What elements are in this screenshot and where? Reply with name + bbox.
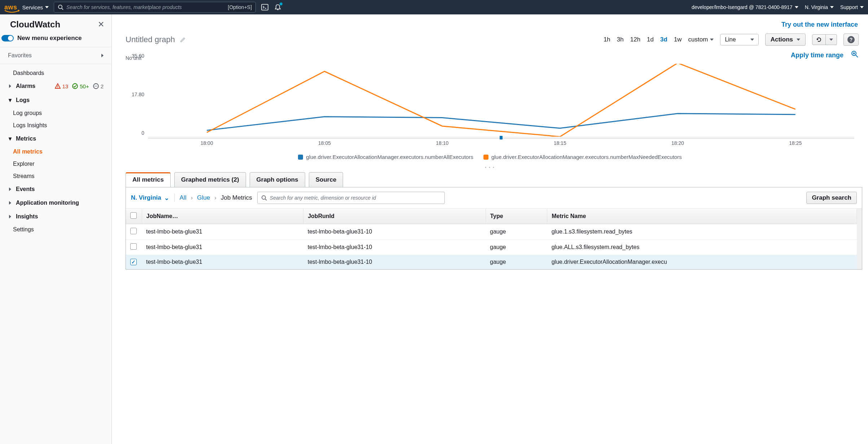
chevron-right-icon bbox=[101, 54, 104, 57]
range-1h[interactable]: 1h bbox=[604, 36, 610, 43]
crumb-current: Job Metrics bbox=[221, 194, 252, 201]
sidebar-item-logs[interactable]: ▾ Logs bbox=[0, 93, 111, 107]
try-new-interface-link[interactable]: Try out the new interface bbox=[781, 21, 858, 28]
support-label: Support bbox=[840, 4, 858, 10]
actions-label: Actions bbox=[771, 36, 793, 43]
cloudshell-icon[interactable] bbox=[261, 3, 269, 11]
range-1w[interactable]: 1w bbox=[674, 36, 682, 43]
sidebar-item-app-monitoring[interactable]: Application monitoring bbox=[0, 196, 111, 210]
sidebar-item-alarms[interactable]: Alarms 13 50+ 2 bbox=[0, 79, 111, 93]
legend-label: glue.driver.ExecutorAllocationManager.ex… bbox=[306, 154, 473, 160]
global-search-input[interactable]: Search for services, features, marketpla… bbox=[54, 2, 256, 13]
zoom-icon[interactable] bbox=[851, 50, 859, 60]
sidebar-item-explorer[interactable]: Explorer bbox=[0, 158, 111, 170]
alarm-badge-insufficient: 2 bbox=[93, 83, 104, 89]
svg-point-7 bbox=[73, 84, 78, 89]
refresh-menu-button[interactable] bbox=[826, 34, 837, 45]
table-row[interactable]: test-lmbo-beta-glue31test-lmbo-beta-glue… bbox=[126, 255, 857, 269]
chart-time-cursor-icon[interactable] bbox=[500, 136, 503, 139]
cell-metricname: glue.driver.ExecutorAllocationManager.ex… bbox=[547, 255, 857, 269]
svg-point-6 bbox=[57, 87, 58, 88]
account-menu[interactable]: developer/lmbo-Isengard @ 7821-0400-8917 bbox=[692, 4, 798, 10]
sidebar-item-events[interactable]: Events bbox=[0, 182, 111, 196]
support-menu[interactable]: Support bbox=[840, 4, 864, 10]
row-checkbox[interactable] bbox=[130, 259, 137, 265]
chevron-down-icon bbox=[710, 39, 714, 41]
account-label: developer/lmbo-Isengard @ 7821-0400-8917 bbox=[692, 4, 793, 10]
alarms-label: Alarms bbox=[16, 83, 35, 89]
alarm-badge-in-alarm: 13 bbox=[54, 83, 69, 89]
new-menu-toggle[interactable] bbox=[1, 35, 14, 41]
region-menu[interactable]: N. Virginia bbox=[805, 4, 834, 10]
sidebar-item-insights[interactable]: Insights bbox=[0, 210, 111, 223]
range-3d[interactable]: 3d bbox=[660, 36, 667, 43]
graph-title[interactable]: Untitled graph bbox=[126, 35, 186, 44]
service-title: CloudWatch bbox=[10, 19, 60, 30]
notifications-icon[interactable] bbox=[274, 3, 282, 11]
row-checkbox[interactable] bbox=[130, 228, 137, 234]
crumb-all[interactable]: All bbox=[180, 194, 187, 201]
tab-all-metrics[interactable]: All metrics bbox=[126, 172, 171, 187]
col-jobname[interactable]: JobName… bbox=[142, 209, 303, 224]
cell-metricname: glue.1.s3.filesystem.read_bytes bbox=[547, 224, 857, 240]
sidebar-item-log-groups[interactable]: Log groups bbox=[0, 107, 111, 119]
col-type[interactable]: Type bbox=[486, 209, 547, 224]
metrics-search-input[interactable]: Search for any metric, dimension or reso… bbox=[257, 192, 445, 204]
metrics-chart: No unit 017.8035.60 18:0018:0518:1018:15… bbox=[112, 62, 868, 169]
range-1d[interactable]: 1d bbox=[647, 36, 654, 43]
chevron-right-icon: › bbox=[191, 194, 193, 201]
range-12h[interactable]: 12h bbox=[630, 36, 640, 43]
graph-search-button[interactable]: Graph search bbox=[806, 192, 857, 204]
chart-type-select[interactable]: Line bbox=[720, 34, 758, 45]
sidebar-item-dashboards[interactable]: Dashboards bbox=[0, 67, 111, 79]
svg-line-17 bbox=[265, 199, 267, 200]
tab-source[interactable]: Source bbox=[309, 172, 343, 187]
tab-graphed-metrics[interactable]: Graphed metrics (2) bbox=[174, 172, 246, 187]
search-icon bbox=[261, 195, 267, 201]
metrics-label: Metrics bbox=[16, 136, 36, 142]
table-row[interactable]: test-lmbo-beta-glue31test-lmbo-beta-glue… bbox=[126, 240, 857, 255]
chevron-down-icon bbox=[750, 39, 754, 41]
chart-plot-area[interactable] bbox=[148, 64, 854, 139]
range-custom[interactable]: custom bbox=[688, 36, 714, 43]
favorites-section[interactable]: Favorites bbox=[0, 47, 111, 64]
services-menu[interactable]: Services bbox=[22, 4, 49, 10]
col-jobrunid[interactable]: JobRunId bbox=[303, 209, 486, 224]
legend-item[interactable]: glue.driver.ExecutorAllocationManager.ex… bbox=[298, 154, 473, 160]
refresh-button[interactable] bbox=[812, 34, 826, 45]
help-button[interactable]: ? bbox=[843, 34, 859, 46]
chevron-right-icon bbox=[8, 201, 12, 205]
table-row[interactable]: test-lmbo-beta-glue31test-lmbo-beta-glue… bbox=[126, 224, 857, 240]
search-shortcut-hint: [Option+S] bbox=[228, 4, 252, 10]
logs-label: Logs bbox=[16, 97, 30, 103]
row-checkbox[interactable] bbox=[130, 243, 137, 250]
pencil-icon[interactable] bbox=[180, 37, 186, 43]
sidebar-item-settings[interactable]: Settings bbox=[0, 223, 111, 236]
actions-button[interactable]: Actions bbox=[765, 34, 806, 46]
tab-graph-options[interactable]: Graph options bbox=[250, 172, 305, 187]
sidebar-item-metrics[interactable]: ▾ Metrics bbox=[0, 132, 111, 146]
metrics-breadcrumb: All › Glue › Job Metrics bbox=[180, 194, 252, 201]
col-metricname[interactable]: Metric Name bbox=[547, 209, 857, 224]
chart-baseline bbox=[148, 137, 854, 139]
legend-item[interactable]: glue.driver.ExecutorAllocationManager.ex… bbox=[483, 154, 682, 160]
check-circle-icon bbox=[72, 83, 78, 89]
chevron-right-icon bbox=[8, 84, 12, 88]
aws-logo[interactable]: aws bbox=[4, 4, 17, 11]
sidebar-item-streams[interactable]: Streams bbox=[0, 170, 111, 182]
sidebar-item-all-metrics[interactable]: All metrics bbox=[0, 146, 111, 158]
crumb-glue[interactable]: Glue bbox=[197, 194, 210, 201]
alarm-triangle-icon bbox=[54, 83, 61, 89]
scrollbar[interactable] bbox=[857, 209, 862, 269]
close-sidebar-icon[interactable]: ✕ bbox=[98, 20, 104, 29]
sidebar-item-logs-insights[interactable]: Logs Insights bbox=[0, 119, 111, 132]
chevron-down-icon: ▾ bbox=[8, 97, 12, 103]
select-all-checkbox[interactable] bbox=[130, 212, 137, 219]
apply-time-range-link[interactable]: Apply time range bbox=[791, 52, 843, 59]
cell-jobname: test-lmbo-beta-glue31 bbox=[142, 240, 303, 255]
metrics-region-select[interactable]: N. Virginia ⌄ bbox=[131, 194, 169, 202]
range-3h[interactable]: 3h bbox=[617, 36, 624, 43]
resize-handle[interactable]: • • • bbox=[126, 165, 854, 169]
cell-type: gauge bbox=[486, 240, 547, 255]
metrics-table: JobName… JobRunId Type Metric Name test-… bbox=[126, 209, 857, 269]
